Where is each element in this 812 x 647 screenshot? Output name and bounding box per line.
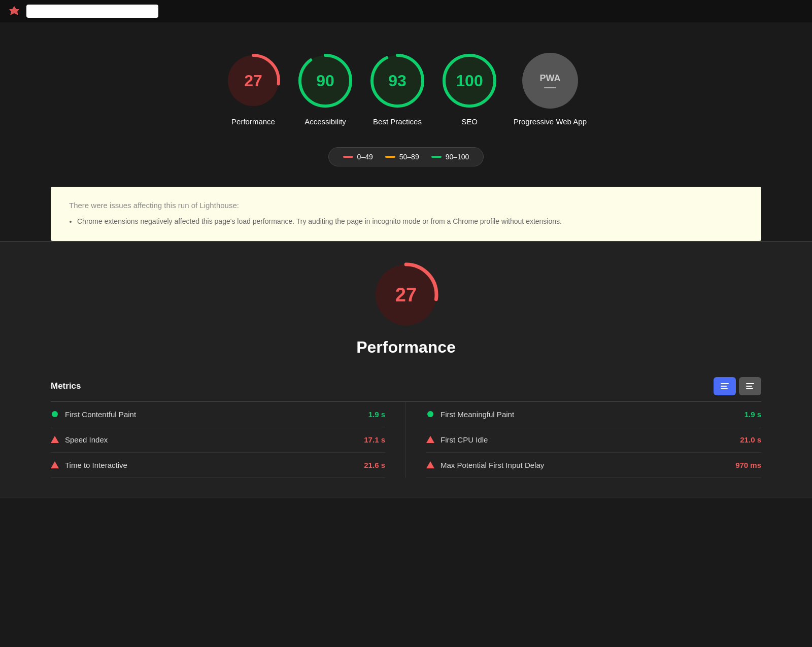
legend-label-orange: 50–89 — [399, 153, 419, 161]
legend: 0–49 50–89 90–100 — [0, 147, 812, 166]
seo-label: SEO — [461, 117, 478, 127]
fcp-name: First Contentful Paint — [65, 410, 136, 419]
score-item-pwa: PWA Progressive Web App — [514, 53, 587, 127]
red-triangle-icon-3 — [426, 436, 434, 443]
tti-indicator — [51, 461, 59, 469]
metric-row-fcp: First Contentful Paint 1.9 s — [51, 402, 385, 427]
grid-view-icon — [746, 383, 754, 389]
toggle-list-view[interactable] — [714, 377, 736, 395]
toggle-grid-view[interactable] — [739, 377, 761, 395]
pwa-dash — [544, 87, 556, 88]
metric-row-si: Speed Index 17.1 s — [51, 427, 385, 453]
mpfid-value: 970 ms — [735, 461, 761, 469]
fmp-name: First Meaningful Paint — [441, 410, 514, 419]
red-triangle-icon-2 — [51, 461, 59, 468]
pwa-circle: PWA — [522, 53, 578, 109]
score-item-best-practices: 93 Best Practices — [369, 53, 425, 127]
scores-section: 27 Performance 90 Accessibility 93 Best … — [0, 22, 812, 142]
legend-item-orange: 50–89 — [385, 153, 419, 161]
red-triangle-icon — [51, 436, 59, 443]
search-input[interactable] — [26, 5, 158, 18]
metric-row-fmp: First Meaningful Paint 1.9 s — [426, 402, 761, 427]
legend-dot-red — [343, 156, 353, 158]
score-item-performance: 27 Performance — [225, 53, 281, 127]
seo-circle: 100 — [442, 53, 497, 109]
score-item-accessibility: 90 Accessibility — [297, 53, 353, 127]
performance-circle: 27 — [225, 53, 281, 109]
warning-box: There were issues affecting this run of … — [51, 187, 761, 241]
pwa-text: PWA — [539, 73, 560, 84]
warning-title: There were issues affecting this run of … — [69, 201, 743, 210]
list-view-icon — [721, 383, 729, 389]
metrics-col-left: First Contentful Paint 1.9 s Speed Index… — [51, 402, 406, 478]
metrics-title: Metrics — [51, 381, 81, 391]
tti-name: Time to Interactive — [65, 461, 127, 469]
best-practices-score-value: 93 — [388, 72, 407, 90]
metrics-grid: First Contentful Paint 1.9 s Speed Index… — [51, 402, 761, 478]
legend-dot-orange — [385, 156, 395, 158]
perf-title: Performance — [0, 338, 812, 357]
legend-label-green: 90–100 — [446, 153, 469, 161]
seo-score-value: 100 — [456, 72, 483, 90]
accessibility-label: Accessibility — [304, 117, 346, 127]
mpfid-indicator — [426, 461, 434, 469]
tti-value: 21.6 s — [364, 461, 385, 469]
perf-score-circle: 27 — [373, 262, 439, 328]
fmp-value: 1.9 s — [745, 410, 761, 419]
accessibility-score-value: 90 — [316, 72, 334, 90]
performance-section: 27 Performance Metrics — [0, 242, 812, 498]
metric-row-tti: Time to Interactive 21.6 s — [51, 453, 385, 478]
best-practices-circle: 93 — [369, 53, 425, 109]
mpfid-name: Max Potential First Input Delay — [441, 461, 544, 469]
perf-score-value: 27 — [395, 284, 417, 305]
green-dot-icon — [52, 411, 58, 417]
si-name: Speed Index — [65, 435, 108, 444]
performance-label: Performance — [231, 117, 275, 127]
fmp-indicator — [426, 410, 434, 418]
red-triangle-icon-4 — [426, 461, 434, 468]
legend-item-green: 90–100 — [431, 153, 469, 161]
si-value: 17.1 s — [364, 435, 385, 444]
fcp-value: 1.9 s — [368, 410, 385, 419]
legend-dot-green — [431, 156, 442, 158]
svg-marker-0 — [9, 6, 19, 15]
si-indicator — [51, 435, 59, 444]
best-practices-label: Best Practices — [373, 117, 422, 127]
metric-row-mpfid: Max Potential First Input Delay 970 ms — [426, 453, 761, 478]
legend-label-red: 0–49 — [357, 153, 373, 161]
fci-indicator — [426, 435, 434, 444]
metrics-col-right: First Meaningful Paint 1.9 s First CPU I… — [406, 402, 761, 478]
metric-row-fci: First CPU Idle 21.0 s — [426, 427, 761, 453]
metrics-section: Metrics — [0, 377, 812, 478]
legend-inner: 0–49 50–89 90–100 — [328, 147, 484, 166]
green-dot-icon-2 — [427, 411, 433, 417]
perf-score-center: 27 — [0, 262, 812, 328]
fcp-indicator — [51, 410, 59, 418]
metrics-header: Metrics — [51, 377, 761, 395]
performance-score-value: 27 — [244, 72, 262, 90]
legend-item-red: 0–49 — [343, 153, 373, 161]
accessibility-circle: 90 — [297, 53, 353, 109]
score-item-seo: 100 SEO — [442, 53, 497, 127]
warning-item: Chrome extensions negatively affected th… — [77, 216, 743, 227]
lighthouse-logo — [8, 5, 20, 17]
fci-name: First CPU Idle — [441, 435, 488, 444]
header — [0, 0, 812, 22]
view-toggles — [714, 377, 761, 395]
fci-value: 21.0 s — [740, 435, 761, 444]
pwa-label: Progressive Web App — [514, 117, 587, 127]
